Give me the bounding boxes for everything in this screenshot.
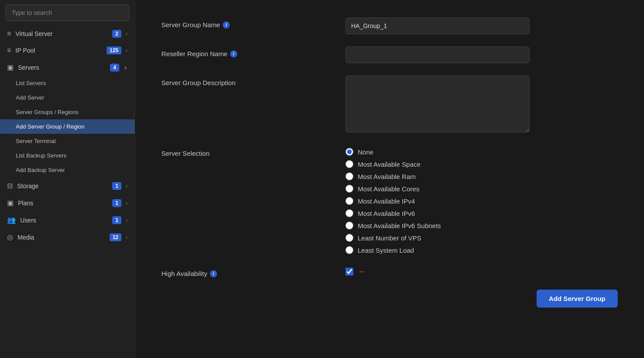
radio-most-available-ipv6-subnets-input[interactable] bbox=[345, 222, 353, 229]
sidebar-item-label: Servers bbox=[18, 64, 110, 71]
storage-badge: 1 bbox=[112, 182, 121, 190]
sidebar-item-media[interactable]: ◎ Media 12 › bbox=[0, 229, 135, 246]
chevron-right-icon: › bbox=[126, 47, 128, 54]
sidebar-item-server-groups-regions[interactable]: Server Groups / Regions bbox=[0, 105, 135, 119]
server-selection-radio-group: None Most Available Space Most Available… bbox=[345, 146, 530, 254]
sidebar-item-servers[interactable]: ▣ Servers 4 ∧ bbox=[0, 59, 135, 76]
button-row: Add Server Group bbox=[161, 290, 618, 308]
chevron-right-icon: › bbox=[126, 183, 128, 189]
media-badge: 12 bbox=[110, 233, 121, 241]
sidebar-item-add-server[interactable]: Add Server bbox=[0, 90, 135, 105]
sidebar-item-label: IP Pool bbox=[15, 47, 107, 54]
server-group-description-input[interactable] bbox=[345, 75, 530, 132]
server-group-name-info-icon[interactable]: i bbox=[223, 21, 230, 29]
radio-least-number-of-vps[interactable]: Least Number of VPS bbox=[345, 234, 530, 242]
radio-most-available-ipv6-label: Most Available IPv6 bbox=[358, 210, 415, 217]
sidebar-item-label: Virtual Server bbox=[15, 30, 112, 37]
server-group-description-control bbox=[345, 75, 530, 134]
high-availability-row: High Availability i ← bbox=[161, 266, 618, 277]
virtual-server-badge: 2 bbox=[112, 30, 121, 38]
radio-most-available-ipv4-input[interactable] bbox=[345, 197, 353, 205]
radio-most-available-space-input[interactable] bbox=[345, 160, 353, 168]
server-group-name-input[interactable] bbox=[345, 18, 530, 34]
plans-badge: 1 bbox=[112, 199, 121, 207]
reseller-region-name-label: Reseller Region Name i bbox=[161, 47, 345, 57]
radio-least-system-load-input[interactable] bbox=[345, 246, 353, 254]
storage-icon: ⊟ bbox=[7, 182, 13, 190]
high-availability-info-icon[interactable]: i bbox=[210, 270, 217, 277]
arrow-indicator: ← bbox=[358, 266, 366, 276]
sidebar-item-ip-pool[interactable]: ≡ IP Pool 125 › bbox=[0, 42, 135, 59]
main-content: Server Group Name i Reseller Region Name… bbox=[135, 0, 644, 358]
server-group-name-label: Server Group Name i bbox=[161, 18, 345, 29]
sidebar-item-label: Users bbox=[20, 217, 112, 224]
sidebar-item-label: Media bbox=[18, 234, 110, 241]
radio-none[interactable]: None bbox=[345, 148, 530, 156]
users-badge: 1 bbox=[112, 216, 121, 224]
sidebar: Type to search ≡ Virtual Server 2 › ≡ IP… bbox=[0, 0, 135, 358]
radio-least-system-load[interactable]: Least System Load bbox=[345, 246, 530, 254]
sidebar-item-add-backup-server[interactable]: Add Backup Server bbox=[0, 163, 135, 177]
radio-most-available-cores-input[interactable] bbox=[345, 185, 353, 193]
radio-most-available-ipv6-subnets-label: Most Available IPv6 Subnets bbox=[358, 222, 441, 229]
radio-most-available-space-label: Most Available Space bbox=[358, 161, 420, 168]
chevron-up-icon: ∧ bbox=[124, 64, 128, 71]
radio-most-available-ipv4-label: Most Available IPv4 bbox=[358, 197, 415, 205]
high-availability-control: ← bbox=[345, 266, 530, 276]
ip-pool-badge: 125 bbox=[107, 47, 121, 54]
virtual-server-icon: ≡ bbox=[7, 30, 11, 38]
high-availability-label: High Availability i bbox=[161, 266, 345, 277]
search-input[interactable]: Type to search bbox=[5, 4, 129, 21]
server-selection-label: Server Selection bbox=[161, 146, 345, 157]
radio-most-available-ipv6-subnets[interactable]: Most Available IPv6 Subnets bbox=[345, 222, 530, 229]
radio-most-available-cores-label: Most Available Cores bbox=[358, 185, 420, 193]
radio-most-available-ram-label: Most Available Ram bbox=[358, 173, 416, 180]
sidebar-item-label: Plans bbox=[18, 200, 112, 207]
reseller-region-name-row: Reseller Region Name i bbox=[161, 47, 618, 63]
server-selection-control: None Most Available Space Most Available… bbox=[345, 146, 530, 254]
ip-pool-icon: ≡ bbox=[7, 47, 11, 54]
server-group-description-label: Server Group Description bbox=[161, 75, 345, 86]
sidebar-item-server-terminal[interactable]: Server Terminal bbox=[0, 134, 135, 148]
sidebar-item-list-backup-servers[interactable]: List Backup Servers bbox=[0, 148, 135, 163]
radio-most-available-space[interactable]: Most Available Space bbox=[345, 160, 530, 168]
server-group-name-row: Server Group Name i bbox=[161, 18, 618, 34]
radio-most-available-ipv6[interactable]: Most Available IPv6 bbox=[345, 209, 530, 217]
chevron-right-icon: › bbox=[126, 31, 128, 37]
radio-none-input[interactable] bbox=[345, 148, 353, 156]
sidebar-item-storage[interactable]: ⊟ Storage 1 › bbox=[0, 177, 135, 194]
radio-least-system-load-label: Least System Load bbox=[358, 247, 414, 254]
users-icon: 👥 bbox=[7, 216, 16, 224]
radio-least-number-of-vps-input[interactable] bbox=[345, 234, 353, 242]
media-icon: ◎ bbox=[7, 233, 13, 241]
reseller-region-name-control bbox=[345, 47, 530, 63]
plans-icon: ▣ bbox=[7, 199, 14, 207]
servers-icon: ▣ bbox=[7, 63, 14, 72]
radio-most-available-ram-input[interactable] bbox=[345, 172, 353, 180]
high-availability-checkbox[interactable] bbox=[345, 268, 353, 276]
radio-most-available-ipv4[interactable]: Most Available IPv4 bbox=[345, 197, 530, 205]
sidebar-item-list-servers[interactable]: List Servers bbox=[0, 76, 135, 90]
sidebar-item-add-server-group-region[interactable]: Add Server Group / Region bbox=[0, 119, 135, 134]
servers-badge: 4 bbox=[110, 64, 119, 72]
server-group-description-row: Server Group Description bbox=[161, 75, 618, 134]
sidebar-item-users[interactable]: 👥 Users 1 › bbox=[0, 211, 135, 229]
radio-least-number-of-vps-label: Least Number of VPS bbox=[358, 234, 421, 242]
add-server-group-button[interactable]: Add Server Group bbox=[537, 290, 618, 308]
chevron-right-icon: › bbox=[126, 234, 128, 240]
radio-most-available-ipv6-input[interactable] bbox=[345, 209, 353, 217]
sidebar-item-label: Storage bbox=[17, 183, 112, 190]
chevron-right-icon: › bbox=[126, 217, 128, 223]
radio-most-available-ram[interactable]: Most Available Ram bbox=[345, 172, 530, 180]
reseller-region-name-info-icon[interactable]: i bbox=[230, 50, 237, 57]
sidebar-item-plans[interactable]: ▣ Plans 1 › bbox=[0, 194, 135, 211]
server-selection-row: Server Selection None Most Available Spa… bbox=[161, 146, 618, 254]
radio-none-label: None bbox=[358, 148, 374, 156]
sidebar-item-virtual-server[interactable]: ≡ Virtual Server 2 › bbox=[0, 25, 135, 42]
radio-most-available-cores[interactable]: Most Available Cores bbox=[345, 185, 530, 193]
server-group-name-control bbox=[345, 18, 530, 34]
reseller-region-name-input[interactable] bbox=[345, 47, 530, 63]
chevron-right-icon: › bbox=[126, 200, 128, 206]
